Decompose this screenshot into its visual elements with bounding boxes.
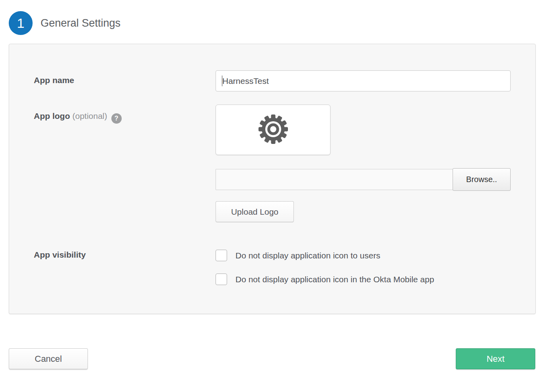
app-logo-preview — [216, 105, 330, 155]
general-settings-panel: App name App logo(optional)? — [9, 44, 536, 314]
cancel-button[interactable]: Cancel — [9, 348, 88, 369]
gear-icon — [259, 114, 288, 146]
hide-icon-users-checkbox[interactable] — [216, 250, 227, 261]
browse-button[interactable]: Browse.. — [453, 168, 511, 191]
text-cursor — [222, 76, 222, 86]
app-name-input[interactable] — [216, 70, 511, 91]
app-name-label: App name — [34, 76, 74, 85]
hide-icon-mobile-label: Do not display application icon in the O… — [235, 275, 434, 284]
next-button[interactable]: Next — [456, 348, 535, 369]
app-name-row: App name — [34, 70, 510, 91]
hide-icon-users-label: Do not display application icon to users — [235, 251, 380, 260]
logo-file-row: Browse.. — [216, 169, 511, 190]
step-number: 1 — [17, 16, 25, 31]
visibility-users-row: Do not display application icon to users — [216, 250, 510, 261]
optional-text: (optional) — [72, 111, 107, 120]
app-visibility-label: App visibility — [34, 250, 86, 259]
question-mark-icon[interactable]: ? — [111, 113, 122, 124]
step-header: 1 General Settings — [9, 11, 121, 35]
logo-file-input[interactable] — [216, 169, 453, 190]
hide-icon-mobile-checkbox[interactable] — [216, 274, 227, 285]
page-title: General Settings — [41, 17, 121, 29]
wizard-footer: Cancel Next — [9, 348, 535, 369]
app-logo-row: App logo(optional)? — [34, 105, 510, 222]
visibility-mobile-row: Do not display application icon in the O… — [216, 274, 510, 285]
app-logo-label: App logo — [34, 111, 70, 120]
general-settings-page: 1 General Settings App name App logo(opt… — [0, 0, 552, 392]
app-visibility-row: App visibility Do not display applicatio… — [34, 250, 510, 285]
step-number-badge: 1 — [9, 11, 33, 35]
upload-logo-button[interactable]: Upload Logo — [216, 201, 294, 222]
